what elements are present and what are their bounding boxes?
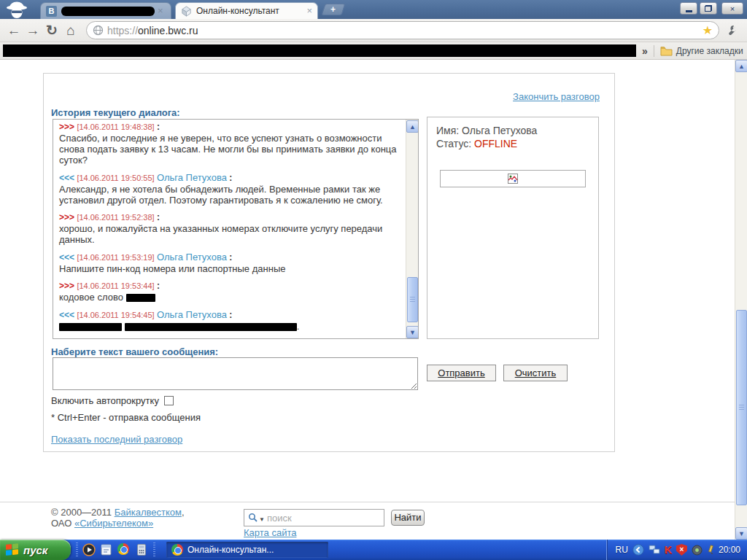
consultant-photo-frame bbox=[440, 170, 586, 187]
search-input[interactable] bbox=[267, 513, 380, 524]
scroll-up-icon[interactable]: ▲ bbox=[735, 60, 747, 72]
chat-message: <<< [14.06.2011 19:50:55] Ольга Петухова… bbox=[59, 172, 401, 206]
collapse-tray-icon[interactable] bbox=[632, 544, 644, 556]
vk-favicon: B bbox=[46, 6, 57, 17]
security-alert-icon[interactable]: × bbox=[676, 544, 687, 556]
shortcut-hint: * Ctrl+Enter - отправка сообщения bbox=[51, 412, 201, 423]
wrench-menu-icon[interactable] bbox=[724, 24, 738, 37]
footer-divider bbox=[0, 502, 735, 502]
tab-redacted[interactable]: B × bbox=[40, 2, 171, 19]
chat-scrollbar[interactable]: ▲ ▼ bbox=[406, 120, 418, 338]
address-bar[interactable]: https://online.bwc.ru ★ bbox=[86, 21, 719, 39]
browser-toolbar: ← → ↻ ⌂ https://online.bwc.ru ★ bbox=[0, 19, 747, 42]
message-text: . bbox=[59, 321, 401, 332]
globe-icon bbox=[93, 25, 104, 36]
outgoing-marker: >>> bbox=[59, 122, 74, 132]
taskbar: пуск Онлайн-консультан... RU K × bbox=[0, 540, 747, 560]
other-bookmarks-button[interactable]: Другие закладки bbox=[676, 46, 743, 56]
sitemap-link[interactable]: Карта сайта bbox=[244, 527, 296, 538]
outgoing-marker: >>> bbox=[59, 281, 74, 291]
end-conversation-link[interactable]: Закончить разговор bbox=[513, 91, 600, 102]
scrollbar-thumb[interactable] bbox=[736, 310, 747, 505]
scroll-up-icon[interactable]: ▲ bbox=[406, 120, 419, 133]
pencil-icon[interactable] bbox=[707, 545, 714, 555]
history-label: История текущего диалога: bbox=[51, 107, 180, 118]
clock[interactable]: 20:00 bbox=[719, 545, 740, 555]
divider bbox=[153, 542, 155, 557]
redacted-tab-title bbox=[61, 7, 155, 16]
start-button[interactable]: пуск bbox=[0, 540, 71, 560]
message-input[interactable] bbox=[53, 357, 418, 390]
message-time: [14.06.2011 19:53:19] bbox=[77, 253, 154, 262]
message-time: [14.06.2011 19:48:38] bbox=[77, 122, 154, 131]
page-viewport: Закончить разговор История текущего диал… bbox=[0, 60, 747, 540]
site-search[interactable]: ▼ bbox=[244, 509, 384, 526]
chat-message: <<< [14.06.2011 19:54:45] Ольга Петухова… bbox=[59, 309, 401, 332]
chat-history-content: >>> [14.06.2011 19:48:38] : Спасибо, и п… bbox=[53, 120, 406, 338]
taskbar-task-button[interactable]: Онлайн-консультан... bbox=[166, 542, 328, 558]
antivirus-icon[interactable]: K bbox=[665, 544, 672, 556]
calculator-icon[interactable] bbox=[135, 543, 148, 556]
scroll-down-icon[interactable]: ▼ bbox=[406, 326, 419, 338]
desktop: B × Онлайн-консультант × + × ← → ↻ ⌂ bbox=[0, 0, 747, 560]
tab-close-icon[interactable]: × bbox=[158, 7, 163, 15]
chat-message: <<< [14.06.2011 19:53:19] Ольга Петухова… bbox=[59, 252, 401, 274]
scroll-down-icon[interactable]: ▼ bbox=[735, 527, 747, 540]
tab-close-icon[interactable]: × bbox=[306, 7, 312, 15]
minimize-button[interactable] bbox=[680, 2, 697, 15]
language-indicator[interactable]: RU bbox=[616, 545, 628, 555]
chat-message: >>> [14.06.2011 19:53:44] : кодовое слов… bbox=[59, 281, 401, 303]
send-button[interactable]: Отправить bbox=[427, 365, 496, 381]
restore-button[interactable] bbox=[700, 2, 717, 15]
incoming-marker: <<< bbox=[59, 173, 74, 183]
incoming-marker: <<< bbox=[59, 252, 74, 262]
bookmarks-overflow-icon[interactable]: » bbox=[642, 45, 648, 57]
back-icon[interactable]: ← bbox=[4, 23, 23, 39]
autoscroll-checkbox[interactable] bbox=[164, 396, 174, 405]
home-icon[interactable]: ⌂ bbox=[61, 23, 80, 39]
compose-label: Наберите текст вашего сообщения: bbox=[51, 346, 218, 357]
volume-icon[interactable] bbox=[692, 545, 703, 556]
consultant-name: Ольга Петухова bbox=[157, 172, 227, 183]
notes-app-icon[interactable] bbox=[100, 543, 113, 556]
outgoing-marker: >>> bbox=[59, 212, 74, 222]
company2-link[interactable]: «Сибирьтелеком» bbox=[74, 518, 153, 529]
consultant-name: Ольга Петухова bbox=[157, 309, 227, 320]
new-tab-button[interactable]: + bbox=[321, 4, 345, 15]
site-favicon bbox=[181, 6, 192, 17]
find-button[interactable]: Найти bbox=[391, 510, 425, 526]
network-icon[interactable] bbox=[649, 545, 660, 555]
media-player-icon[interactable] bbox=[82, 543, 96, 556]
system-tray: RU K × 20:00 bbox=[606, 540, 747, 560]
incoming-marker: <<< bbox=[59, 310, 74, 320]
clear-button[interactable]: Очистить bbox=[503, 365, 568, 381]
tab-title: Онлайн-консультант bbox=[196, 6, 303, 16]
message-time: [14.06.2011 19:50:55] bbox=[77, 174, 154, 182]
status-value: OFFLINE bbox=[474, 138, 517, 149]
chat-message: >>> [14.06.2011 19:52:38] : хорошо, и по… bbox=[59, 212, 401, 245]
search-dropdown-icon[interactable]: ▼ bbox=[259, 516, 265, 523]
name-label: Имя: bbox=[436, 125, 459, 136]
message-text: Спасибо, и последние я не уверен, что вс… bbox=[59, 133, 401, 166]
url-host: online.bwc.ru bbox=[138, 25, 198, 36]
page-scrollbar[interactable]: ▲ ▼ bbox=[735, 60, 747, 540]
bookmark-star-icon[interactable]: ★ bbox=[703, 23, 713, 37]
chat-message: >>> [14.06.2011 19:48:38] : Спасибо, и п… bbox=[59, 122, 401, 166]
tab-online-consultant[interactable]: Онлайн-консультант × bbox=[175, 2, 318, 19]
browser-tab-strip: B × Онлайн-консультант × + × bbox=[0, 0, 747, 19]
copyright: © 2000—2011 Байкалвестком, ОАО «Сибирьте… bbox=[51, 507, 185, 529]
company1-link[interactable]: Байкалвестком bbox=[115, 507, 182, 518]
scrollbar-thumb[interactable] bbox=[407, 277, 418, 322]
windows-logo-icon bbox=[6, 543, 19, 556]
redacted-text bbox=[59, 323, 122, 331]
show-last-conversation-link[interactable]: Показать последний разговор bbox=[51, 434, 182, 445]
chrome-icon[interactable] bbox=[117, 543, 131, 556]
divider bbox=[654, 45, 654, 57]
message-time: [14.06.2011 19:53:44] bbox=[77, 281, 154, 290]
reload-icon[interactable]: ↻ bbox=[42, 22, 61, 39]
autoscroll-label: Включить автопрокрутку bbox=[51, 395, 159, 406]
search-icon bbox=[248, 513, 258, 523]
close-button[interactable]: × bbox=[721, 2, 743, 15]
forward-icon[interactable]: → bbox=[23, 23, 42, 39]
chat-history-box[interactable]: >>> [14.06.2011 19:48:38] : Спасибо, и п… bbox=[53, 119, 419, 339]
